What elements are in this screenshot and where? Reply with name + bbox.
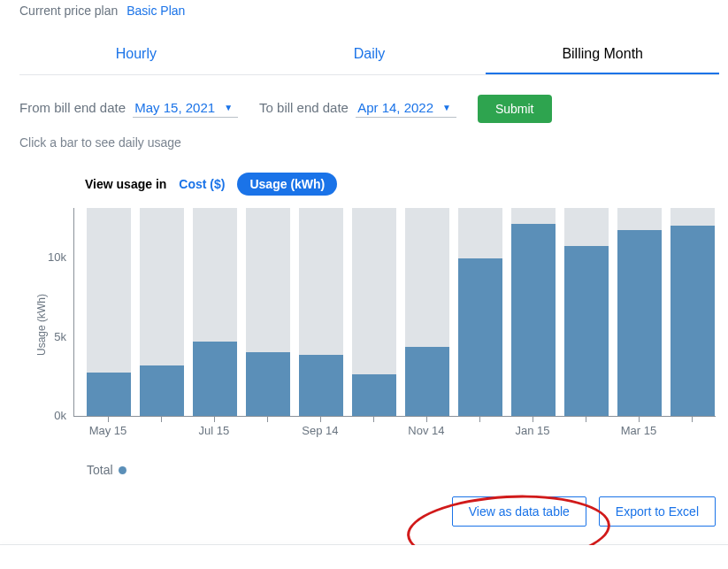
toggle-label: View usage in	[85, 177, 166, 191]
chart-bar[interactable]	[671, 208, 715, 416]
price-plan-text: Current price plan	[19, 4, 118, 18]
x-label: Mar 15	[621, 424, 656, 437]
from-date-label: From bill end date	[19, 100, 126, 115]
toggle-usage[interactable]: Usage (kWh)	[237, 173, 337, 196]
from-date-picker[interactable]: May 15, 2021 ▼	[133, 100, 238, 118]
chart-bar[interactable]	[564, 208, 609, 416]
submit-button[interactable]: Submit	[478, 95, 552, 123]
tabs: Hourly Daily Billing Month	[19, 34, 719, 75]
legend-dot-icon	[119, 466, 126, 474]
chart-bar[interactable]	[352, 208, 396, 416]
x-label: Jan 15	[515, 424, 549, 437]
y-tick-mid: 5k	[54, 330, 66, 343]
chart-bar[interactable]	[246, 208, 290, 416]
to-date-label: To bill end date	[259, 100, 349, 115]
chart-bar[interactable]	[193, 208, 237, 416]
legend-label: Total	[87, 463, 113, 477]
y-ticks: 10k 5k 0k	[48, 208, 73, 417]
x-label: Jul 15	[199, 424, 230, 437]
chevron-down-icon: ▼	[224, 103, 233, 112]
x-label: May 15	[89, 424, 127, 437]
from-date-value: May 15, 2021	[134, 100, 215, 115]
chart-bar[interactable]	[87, 208, 131, 416]
tab-daily[interactable]: Daily	[253, 34, 487, 74]
to-date-value: Apr 14, 2022	[357, 100, 433, 115]
to-date-picker[interactable]: Apr 14, 2022 ▼	[356, 100, 456, 118]
chart-bar[interactable]	[458, 208, 502, 416]
x-label: Nov 14	[408, 424, 444, 437]
chart-bar[interactable]	[299, 208, 343, 416]
chart-bar[interactable]	[405, 208, 449, 416]
price-plan-link[interactable]: Basic Plan	[126, 4, 185, 18]
tab-billing-month[interactable]: Billing Month	[486, 34, 719, 74]
footer-divider	[0, 544, 728, 545]
chart-bar[interactable]	[140, 208, 184, 416]
y-tick-bottom: 0k	[54, 409, 66, 422]
hint-text: Click a bar to see daily usage	[19, 135, 719, 150]
chart-bar[interactable]	[511, 208, 556, 416]
y-tick-top: 10k	[48, 250, 66, 264]
chevron-down-icon: ▼	[442, 103, 451, 112]
toggle-cost[interactable]: Cost ($)	[179, 177, 225, 191]
tab-hourly[interactable]: Hourly	[19, 34, 253, 74]
view-as-table-button[interactable]: View as data table	[452, 496, 586, 527]
x-label: Sep 14	[302, 424, 338, 437]
chart-bar[interactable]	[617, 208, 662, 416]
chart-plot	[73, 208, 716, 417]
y-axis-title: Usage (kWh)	[32, 208, 48, 442]
export-to-excel-button[interactable]: Export to Excel	[599, 496, 716, 527]
